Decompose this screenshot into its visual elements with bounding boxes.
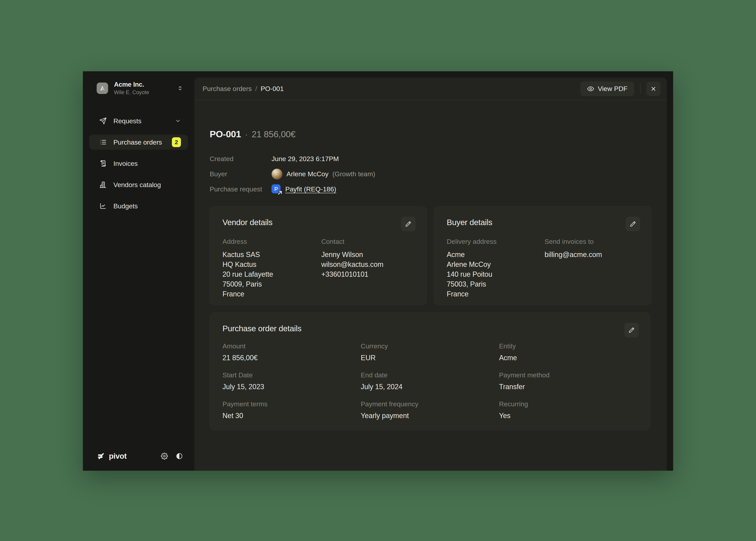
sidebar-item-label: Invoices — [113, 160, 138, 168]
address-label: Address — [222, 238, 321, 246]
page-title: PO-001 · 21 856,00€ — [210, 129, 651, 140]
address-line: Kactus SAS — [222, 250, 321, 260]
contact-line: wilson@kactus.com — [321, 260, 414, 270]
address-line: HQ Kactus — [222, 260, 321, 270]
contact-label: Contact — [321, 238, 414, 246]
delivery-address-label: Delivery address — [447, 238, 545, 246]
buyer-team: (Growth team) — [332, 170, 375, 178]
breadcrumb-separator: / — [255, 85, 257, 93]
pivot-wordmark: pivot — [109, 452, 127, 460]
po-field-payment-method: Payment method Transfer — [499, 371, 637, 391]
send-icon — [99, 117, 107, 125]
pencil-icon — [628, 327, 635, 333]
send-invoices-value: billing@acme.com — [545, 250, 639, 260]
sidebar-item-label: Purchase orders — [113, 139, 162, 146]
org-logo-icon — [97, 83, 108, 94]
pivot-glyph-icon — [97, 452, 105, 460]
pencil-icon — [405, 221, 412, 227]
eye-icon — [587, 85, 594, 92]
settings-button[interactable] — [161, 453, 168, 460]
delivery-line: 75003, Paris — [447, 279, 545, 289]
purchase-order-panel: Purchase orders / PO-001 View PDF — [194, 78, 667, 471]
breadcrumb: Purchase orders / PO-001 — [202, 85, 284, 93]
edit-buyer-button[interactable] — [626, 217, 640, 231]
meta-row-purchase-request: Purchase request — [210, 184, 651, 195]
delivery-line: 140 rue Poitou — [447, 270, 545, 279]
meta-row-buyer: Buyer Arlene McCoy (Growth team) — [210, 168, 651, 180]
arrow-up-right-icon — [277, 190, 283, 196]
contact-line: +33601010101 — [321, 270, 414, 279]
vendor-details-card: Vendor details Address Kactus S — [210, 206, 427, 305]
sidebar-item-invoices[interactable]: Invoices — [89, 156, 188, 171]
close-button[interactable] — [646, 82, 660, 96]
sidebar-item-label: Vendors catalog — [113, 181, 161, 189]
list-icon — [99, 139, 107, 146]
delivery-line: France — [447, 289, 545, 299]
po-field-payment-terms: Payment terms Net 30 — [222, 400, 361, 420]
purchase-request-link[interactable]: Payfit (REQ-186) — [285, 185, 336, 193]
po-field-end-date: End date July 15, 2024 — [361, 371, 499, 391]
details-cards-row: Vendor details Address Kactus S — [210, 206, 651, 305]
building-icon — [99, 181, 107, 189]
buyer-avatar — [271, 169, 282, 180]
payfit-icon — [271, 184, 281, 194]
view-pdf-label: View PDF — [598, 85, 627, 93]
address-line: 20 rue Lafayette — [222, 270, 321, 279]
sidebar-footer: pivot — [97, 452, 183, 460]
buyer-name: Arlene McCoy — [286, 170, 329, 178]
vendor-card-title: Vendor details — [222, 218, 414, 227]
buyer-card-title: Buyer details — [447, 218, 639, 227]
sidebar-item-vendors-catalog[interactable]: Vendors catalog — [89, 177, 188, 192]
contact-line: Jenny Wilson — [321, 250, 414, 260]
po-field-start-date: Start Date July 15, 2023 — [222, 371, 361, 391]
po-field-currency: Currency EUR — [361, 342, 499, 362]
gear-icon — [161, 453, 168, 460]
purchase-request-label: Purchase request — [210, 185, 271, 193]
sidebar-item-label: Budgets — [113, 202, 138, 210]
created-label: Created — [210, 155, 271, 163]
view-pdf-button[interactable]: View PDF — [580, 82, 634, 96]
chevrons-up-down-icon — [177, 85, 183, 91]
sidebar-nav: Requests Purchase orders — [89, 114, 188, 214]
sidebar-item-budgets[interactable]: Budgets — [89, 199, 188, 214]
org-user: Wile E. Coyote — [114, 89, 149, 96]
org-name: Acme Inc. — [114, 81, 149, 88]
purchase-orders-count-badge: 2 — [172, 137, 181, 147]
address-line: France — [222, 289, 321, 299]
desktop-background: Acme Inc. Wile E. Coyote — [0, 0, 756, 541]
scroll-icon — [99, 160, 107, 167]
panel-content: PO-001 · 21 856,00€ Created June 29, 202… — [194, 100, 667, 471]
sidebar: Acme Inc. Wile E. Coyote — [83, 71, 194, 471]
pencil-icon — [629, 221, 636, 227]
delivery-line: Arlene McCoy — [447, 260, 545, 270]
edit-vendor-button[interactable] — [401, 217, 416, 231]
org-switcher[interactable]: Acme Inc. Wile E. Coyote — [97, 81, 183, 96]
chart-icon — [99, 202, 107, 210]
send-invoices-label: Send invoices to — [545, 238, 639, 246]
theme-toggle-button[interactable] — [176, 453, 183, 460]
edit-po-details-button[interactable] — [624, 323, 639, 337]
po-meta: Created June 29, 2023 6:17PM Buyer Arlen… — [210, 153, 651, 195]
breadcrumb-purchase-orders[interactable]: Purchase orders — [202, 85, 251, 93]
buyer-details-card: Buyer details Delivery address — [434, 206, 651, 305]
chevron-down-icon — [175, 118, 181, 124]
sidebar-item-purchase-orders[interactable]: Purchase orders 2 — [89, 135, 188, 150]
po-amount: 21 856,00€ — [251, 129, 295, 140]
delivery-line: Acme — [447, 250, 545, 260]
po-id: PO-001 — [210, 129, 241, 140]
title-separator: · — [245, 130, 248, 139]
po-field-entity: Entity Acme — [499, 342, 637, 362]
sidebar-item-label: Requests — [113, 117, 141, 125]
po-field-payment-frequency: Payment frequency Yearly payment — [361, 400, 499, 420]
po-field-recurring: Recurring Yes — [499, 400, 637, 420]
buyer-label: Buyer — [210, 170, 271, 178]
app-window: Acme Inc. Wile E. Coyote — [83, 71, 673, 471]
sidebar-item-requests[interactable]: Requests — [89, 114, 188, 128]
theme-icon — [176, 453, 183, 460]
meta-row-created: Created June 29, 2023 6:17PM — [210, 153, 651, 165]
pivot-logo: pivot — [97, 452, 127, 460]
po-field-amount: Amount 21 856,00€ — [222, 342, 361, 362]
panel-header: Purchase orders / PO-001 View PDF — [194, 78, 667, 100]
breadcrumb-current: PO-001 — [261, 85, 284, 93]
address-line: 75009, Paris — [222, 279, 321, 289]
